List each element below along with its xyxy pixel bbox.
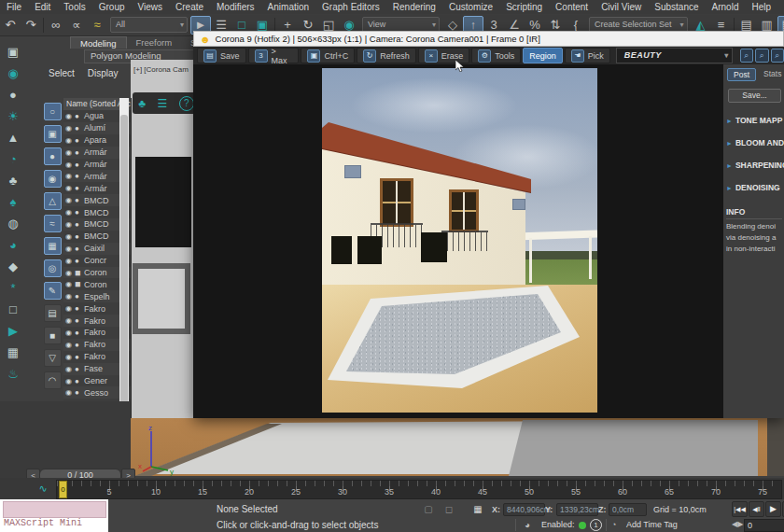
- visibility-eye-icon[interactable]: [65, 269, 75, 277]
- panel-section-header[interactable]: SHARPENING: [726, 161, 784, 170]
- filter-combo-icon[interactable]: ▦: [44, 237, 62, 255]
- light-icon[interactable]: ●: [2, 84, 24, 105]
- save-button[interactable]: ▤ Save: [197, 48, 246, 63]
- z-coordinate-field[interactable]: 0,0cm: [609, 503, 647, 516]
- autokey-sphere-icon[interactable]: ◕: [521, 519, 534, 532]
- visibility-eye-icon[interactable]: [65, 124, 75, 133]
- visibility-eye-icon[interactable]: [65, 196, 75, 204]
- menu-item[interactable]: Customize: [442, 0, 499, 14]
- visibility-eye-icon[interactable]: [65, 112, 75, 120]
- y-coordinate-field[interactable]: 1339,23cm: [556, 503, 598, 516]
- selection-lock-icon[interactable]: ◻: [442, 503, 455, 516]
- menu-item[interactable]: Edit: [28, 0, 57, 14]
- proxy-box-icon[interactable]: □: [2, 299, 24, 320]
- menu-item[interactable]: Rendering: [386, 0, 442, 14]
- filter-bone-icon[interactable]: ◎: [44, 259, 62, 277]
- visibility-eye-icon[interactable]: [65, 304, 75, 313]
- sun-icon[interactable]: ☀: [2, 105, 24, 127]
- visibility-eye-icon[interactable]: [65, 232, 75, 241]
- visibility-eye-icon[interactable]: [65, 161, 75, 169]
- visibility-eye-icon[interactable]: [65, 184, 75, 192]
- menu-item[interactable]: Views: [132, 0, 170, 14]
- menu-item[interactable]: Modifiers: [210, 0, 261, 14]
- filter-camera-icon[interactable]: ◉: [44, 170, 62, 188]
- selection-region-icon[interactable]: ▢: [422, 503, 435, 516]
- environment-icon[interactable]: ◔: [2, 148, 24, 170]
- current-frame-field[interactable]: 0: [744, 519, 784, 532]
- visibility-eye-icon[interactable]: [65, 136, 75, 145]
- copy-button[interactable]: ▣ Ctrl+C: [301, 48, 355, 63]
- unlink-icon[interactable]: ∝: [66, 16, 87, 35]
- filter-spacewarp-icon[interactable]: ≈: [44, 215, 62, 232]
- visibility-eye-icon[interactable]: [65, 388, 75, 397]
- visibility-eye-icon[interactable]: [65, 329, 75, 337]
- visibility-eye-icon[interactable]: [65, 257, 75, 265]
- layout-grid-icon[interactable]: ▦: [2, 342, 24, 363]
- filter-pencil-icon[interactable]: ✎: [44, 282, 62, 300]
- viewport-floor[interactable]: z y x: [131, 418, 767, 476]
- light-lister-icon[interactable]: *: [2, 277, 24, 299]
- prev-frame-button[interactable]: ◀‖: [749, 501, 764, 517]
- tab-freeform[interactable]: Freeform: [127, 36, 182, 49]
- zoom-out-icon[interactable]: ⌕: [740, 49, 753, 63]
- menu-item[interactable]: Group: [92, 0, 132, 14]
- menu-item[interactable]: File: [0, 0, 28, 14]
- forest-trees-icon[interactable]: ♣: [138, 97, 146, 110]
- frame-spinner-icon[interactable]: ◀▶: [732, 520, 743, 528]
- add-time-tag-button[interactable]: Add Time Tag: [626, 520, 678, 529]
- plant-icon[interactable]: ♠: [2, 191, 24, 213]
- zoom-in-icon[interactable]: ⌕: [771, 49, 784, 63]
- maxscript-input[interactable]: [3, 501, 106, 518]
- menu-item[interactable]: Content: [549, 0, 595, 14]
- menu-item[interactable]: Graph Editors: [315, 0, 386, 14]
- tab-post[interactable]: Post: [727, 68, 756, 81]
- enabled-count-badge[interactable]: 1: [590, 519, 602, 531]
- link-icon[interactable]: ∞: [46, 16, 66, 35]
- filter-funnel-icon[interactable]: ▽: [44, 349, 62, 367]
- panel-section-header[interactable]: TONE MAPP: [726, 116, 784, 125]
- maxscript-mini-listener[interactable]: MAXScript Mini: [0, 499, 108, 532]
- visibility-eye-icon[interactable]: [65, 208, 75, 217]
- time-slider[interactable]: 0: [59, 481, 67, 498]
- dock-to-max-button[interactable]: 3 > Max: [248, 48, 300, 63]
- menu-item[interactable]: Scripting: [499, 0, 549, 14]
- visibility-eye-icon[interactable]: [65, 377, 75, 385]
- selection-filter-dropdown[interactable]: All: [110, 17, 188, 33]
- menu-item[interactable]: Substance: [648, 0, 705, 14]
- render-pass-dropdown[interactable]: BEAUTY: [616, 48, 733, 63]
- visibility-eye-icon[interactable]: [65, 292, 75, 301]
- vfb-title-bar[interactable]: ☻ Corona 9 (Hotfix 2) | 506×633px (1:1) …: [193, 31, 784, 47]
- panel-section-header[interactable]: DENOISING: [726, 183, 784, 192]
- visibility-eye-icon[interactable]: [65, 172, 75, 180]
- curve-toggle-icon[interactable]: ∿: [34, 481, 52, 496]
- visibility-eye-icon[interactable]: [65, 220, 75, 229]
- animation-player-icon[interactable]: ▶: [2, 320, 24, 342]
- forest-help-icon[interactable]: ?: [179, 96, 194, 111]
- go-start-button[interactable]: |◀◀: [732, 501, 748, 517]
- menu-item[interactable]: Tools: [57, 0, 91, 14]
- filter-shape-icon[interactable]: △: [44, 192, 62, 210]
- bind-spacewarp-icon[interactable]: ≈: [87, 16, 107, 35]
- visibility-eye-icon[interactable]: [65, 316, 75, 325]
- play-button[interactable]: ▶: [765, 501, 781, 517]
- material-palette-icon[interactable]: ◆: [2, 256, 24, 277]
- menu-item[interactable]: Help: [745, 0, 777, 14]
- refresh-button[interactable]: ↻ Refresh: [357, 48, 416, 63]
- menu-item[interactable]: Civil View: [595, 0, 648, 14]
- undo-icon[interactable]: ↶: [0, 16, 21, 35]
- fire-icon[interactable]: ◍: [2, 213, 24, 234]
- explorer-menu-item[interactable]: Select: [49, 68, 75, 82]
- save-button[interactable]: Save...: [728, 89, 781, 103]
- tab-modeling[interactable]: Modeling: [70, 36, 127, 49]
- display-list-icon[interactable]: ▤: [44, 304, 62, 322]
- display-frozen-icon[interactable]: ■: [44, 327, 62, 344]
- x-coordinate-field[interactable]: 8440,906cm: [503, 503, 545, 516]
- pick-button[interactable]: ☚ Pick: [565, 48, 610, 63]
- render-sphere-icon[interactable]: ◕: [2, 234, 24, 256]
- zoom-reset-icon[interactable]: ⌕: [755, 49, 768, 63]
- forest-pack-icon[interactable]: ♣: [2, 170, 24, 191]
- scrollbar-thumb[interactable]: [120, 115, 128, 423]
- menu-item[interactable]: Create: [169, 0, 210, 14]
- visibility-eye-icon[interactable]: [65, 245, 75, 253]
- tree-icon[interactable]: ▲: [2, 127, 24, 148]
